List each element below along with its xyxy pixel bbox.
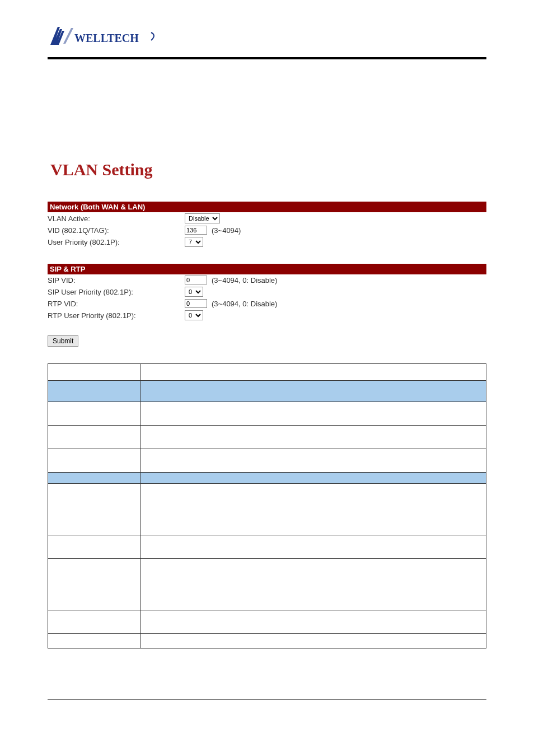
rtp-vid-label: RTP VID:: [48, 300, 185, 308]
sip-priority-select[interactable]: 0: [185, 287, 203, 297]
row-vid: VID (802.1Q/TAG): (3~4094): [48, 225, 486, 236]
svg-text:WELLTECH: WELLTECH: [74, 32, 139, 44]
vid-label: VID (802.1Q/TAG):: [48, 226, 185, 235]
header-rule: [48, 57, 486, 59]
vlan-active-select[interactable]: Disable: [185, 213, 220, 223]
section-header-network: Network (Both WAN & LAN): [48, 202, 486, 212]
row-sip-vid: SIP VID: (3~4094, 0: Disable): [48, 274, 486, 286]
welltech-logo: WELLTECH: [48, 22, 486, 53]
footer-rule: [48, 699, 486, 700]
row-vlan-active: VLAN Active: Disable: [48, 212, 486, 225]
sip-vid-hint: (3~4094, 0: Disable): [212, 276, 277, 284]
rtp-priority-label: RTP User Priority (802.1P):: [48, 311, 185, 320]
row-user-priority: User Priority (802.1P): 7: [48, 236, 486, 248]
vlan-active-label: VLAN Active:: [48, 214, 185, 223]
page-title: VLAN Setting: [50, 160, 486, 179]
vid-hint: (3~4094): [212, 226, 241, 235]
rtp-vid-hint: (3~4094, 0: Disable): [212, 300, 277, 308]
user-priority-select[interactable]: 7: [185, 237, 203, 247]
sip-vid-label: SIP VID:: [48, 276, 185, 284]
row-sip-priority: SIP User Priority (802.1P): 0: [48, 286, 486, 298]
row-rtp-priority: RTP User Priority (802.1P): 0: [48, 309, 486, 321]
rtp-vid-input[interactable]: [185, 299, 207, 308]
rtp-priority-select[interactable]: 0: [185, 310, 203, 320]
vid-input[interactable]: [185, 226, 207, 235]
user-priority-label: User Priority (802.1P):: [48, 238, 185, 246]
submit-button[interactable]: Submit: [48, 335, 78, 347]
section-header-siprtp: SIP & RTP: [48, 264, 486, 274]
sip-priority-label: SIP User Priority (802.1P):: [48, 288, 185, 296]
row-rtp-vid: RTP VID: (3~4094, 0: Disable): [48, 298, 486, 309]
description-table: [48, 363, 486, 648]
sip-vid-input[interactable]: [185, 276, 207, 284]
